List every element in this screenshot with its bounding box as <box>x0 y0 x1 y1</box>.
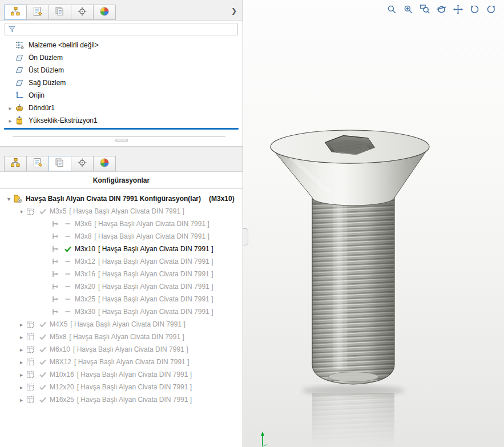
config-m10x16[interactable]: ▸ M10x16 [ Havşa Başlı Alyan Civata DIN … <box>0 368 243 381</box>
cfg-table-icon <box>26 320 37 329</box>
revolve-icon <box>15 103 26 112</box>
feature-item-on-duzlem[interactable]: Ön Düzlem <box>0 51 243 64</box>
config-m4x5[interactable]: ▸ M4X5 [ Havşa Başlı Alyan Civata DIN 79… <box>0 318 243 331</box>
inactive-dash-icon <box>62 232 74 241</box>
featuremanager-tab-icon <box>10 6 21 18</box>
featuremanager-tab-icon <box>10 158 21 170</box>
inactive-dash-icon <box>62 219 74 228</box>
config-m12x20[interactable]: ▸ M12x20 [ Havşa Başlı Alyan Civata DIN … <box>0 381 243 393</box>
plane-icon <box>15 53 26 62</box>
origin-icon <box>15 91 26 100</box>
expand-arrow-icon[interactable]: ▸ <box>17 397 26 403</box>
feature-item-yukseklik-ekstruzyon1[interactable]: ▸ Yükseklik-Ekstrüzyon1 <box>0 114 243 127</box>
cfg-item-icon <box>51 257 62 266</box>
config-root[interactable]: ▾ Havşa Başlı Alyan Civata DIN 7991 Konf… <box>0 192 243 205</box>
inactive-check-icon <box>37 395 49 404</box>
config-m5x8[interactable]: ▸ M5x8 [ Havşa Başlı Alyan Civata DIN 79… <box>0 331 243 343</box>
cfg-table-icon <box>26 370 37 379</box>
tab-propertymanager-2[interactable] <box>26 156 49 171</box>
expand-arrow-icon[interactable]: ▸ <box>17 321 26 328</box>
config-panel-title: Konfigürasyonlar <box>0 172 243 189</box>
config-m3x20[interactable]: M3x20 [ Havşa Başlı Alyan Civata DIN 799… <box>0 280 243 293</box>
cfg-table-icon <box>26 395 37 404</box>
cfg-item-icon <box>51 295 62 304</box>
dimxpertmanager-tab-icon <box>77 6 87 18</box>
displaymanager-tab-icon <box>99 158 110 170</box>
cfg-item-icon <box>51 269 62 279</box>
feature-item-sag-duzlem[interactable]: Sağ Düzlem <box>0 76 243 89</box>
expand-arrow-icon[interactable]: ▸ <box>17 334 26 340</box>
graphics-area[interactable] <box>243 0 504 447</box>
feature-tree: Malzeme <belirli değil> Ön Düzlem Üst Dü… <box>0 38 243 127</box>
tree-bottom-line <box>13 136 225 137</box>
expand-arrow-icon[interactable]: ▸ <box>6 118 15 124</box>
configurations-root-icon <box>13 194 25 203</box>
countersunk-screw-3d-model[interactable] <box>243 0 504 447</box>
expand-arrow-icon[interactable]: ▸ <box>17 384 26 390</box>
filter-funnel-icon <box>8 25 16 33</box>
expand-arrow-icon[interactable]: ▸ <box>6 105 15 111</box>
config-m3x10[interactable]: M3x10 [ Havşa Başlı Alyan Civata DIN 799… <box>0 243 243 255</box>
active-config-suffix: (M3x10) <box>209 195 235 203</box>
inactive-dash-icon <box>62 295 74 304</box>
solidworks-window: ❯ Malzeme <belirli değil> Ön Düzlem Üst … <box>0 0 504 447</box>
tab-propertymanager[interactable] <box>26 5 49 20</box>
extrude-icon <box>15 116 26 125</box>
expand-arrow-icon[interactable]: ▸ <box>17 372 26 378</box>
tab-displaymanager-2[interactable] <box>93 156 116 171</box>
cfg-item-icon <box>51 307 62 316</box>
inactive-check-icon <box>37 345 49 354</box>
cfg-table-icon <box>26 382 37 392</box>
config-m3x25[interactable]: M3x25 [ Havşa Başlı Alyan Civata DIN 799… <box>0 293 243 305</box>
config-m8x12[interactable]: ▸ M8X12 [ Havşa Başlı Alyan Civata DIN 7… <box>0 356 243 368</box>
cfg-item-icon <box>51 219 62 228</box>
config-m3x8[interactable]: M3x8 [ Havşa Başlı Alyan Civata DIN 7991… <box>0 230 243 243</box>
config-m3x30[interactable]: M3x30 [ Havşa Başlı Alyan Civata DIN 799… <box>0 305 243 318</box>
inactive-check-icon <box>37 370 49 379</box>
panel-divider <box>0 146 243 151</box>
tab-displaymanager[interactable] <box>93 5 116 20</box>
tab-featuremanager[interactable] <box>4 5 27 20</box>
tab-configurationmanager-2[interactable] <box>49 156 71 171</box>
feature-item-ust-duzlem[interactable]: Üst Düzlem <box>0 64 243 76</box>
dimxpertmanager-tab-icon <box>77 158 87 170</box>
cfg-table-icon <box>26 345 37 354</box>
config-m3x12[interactable]: M3x12 [ Havşa Başlı Alyan Civata DIN 799… <box>0 255 243 268</box>
expand-panel-chevron[interactable]: ❯ <box>231 7 237 15</box>
cfg-table-icon <box>26 332 37 341</box>
cfg-table-icon <box>26 207 37 216</box>
feature-filter-input[interactable] <box>5 23 238 35</box>
tab-dimxpertmanager-2[interactable] <box>71 156 94 171</box>
tab-dimxpertmanager[interactable] <box>71 5 94 20</box>
orientation-triad-icon <box>258 430 273 447</box>
tab-featuremanager-2[interactable] <box>4 156 27 171</box>
feature-item-malzeme[interactable]: Malzeme <belirli değil> <box>0 39 243 51</box>
feature-item-orijin[interactable]: Orijin <box>0 89 243 102</box>
rollback-bar[interactable] <box>4 128 239 130</box>
cfg-item-icon <box>51 244 62 253</box>
expand-arrow-icon[interactable]: ▸ <box>17 347 26 353</box>
expand-arrow-icon[interactable]: ▸ <box>17 359 26 365</box>
config-m3x5[interactable]: ▾ M3x5 [ Havşa Başlı Alyan Civata DIN 79… <box>0 205 243 218</box>
feature-item-dondur1[interactable]: ▸ Döndür1 <box>0 102 243 114</box>
inactive-check-icon <box>37 382 49 392</box>
propertymanager-tab-icon <box>33 158 43 170</box>
config-m3x16[interactable]: M3x16 [ Havşa Başlı Alyan Civata DIN 799… <box>0 268 243 280</box>
cfg-item-icon <box>51 282 62 291</box>
config-m3x6[interactable]: M3x6 [ Havşa Başlı Alyan Civata DIN 7991… <box>0 218 243 230</box>
inactive-check-icon <box>37 332 49 341</box>
inactive-dash-icon <box>62 257 74 266</box>
config-root-label: Havşa Başlı Alyan Civata DIN 7991 Konfig… <box>26 195 201 203</box>
config-m16x25[interactable]: ▸ M16x25 [ Havşa Başlı Alyan Civata DIN … <box>0 393 243 406</box>
expand-arrow-icon[interactable]: ▾ <box>17 208 26 215</box>
inactive-dash-icon <box>62 282 74 291</box>
displaymanager-tab-icon <box>99 6 110 18</box>
panel-resize-handle[interactable] <box>115 139 128 142</box>
expand-arrow-icon[interactable]: ▾ <box>5 196 13 202</box>
inactive-dash-icon <box>62 307 74 316</box>
configurationmanager-tab-icon <box>55 158 65 170</box>
tab-configurationmanager[interactable] <box>49 5 71 20</box>
inactive-check-icon <box>37 357 49 367</box>
config-m6x10[interactable]: ▸ M6x10 [ Havşa Başlı Alyan Civata DIN 7… <box>0 343 243 356</box>
panel-splitter-handle[interactable] <box>243 228 248 245</box>
